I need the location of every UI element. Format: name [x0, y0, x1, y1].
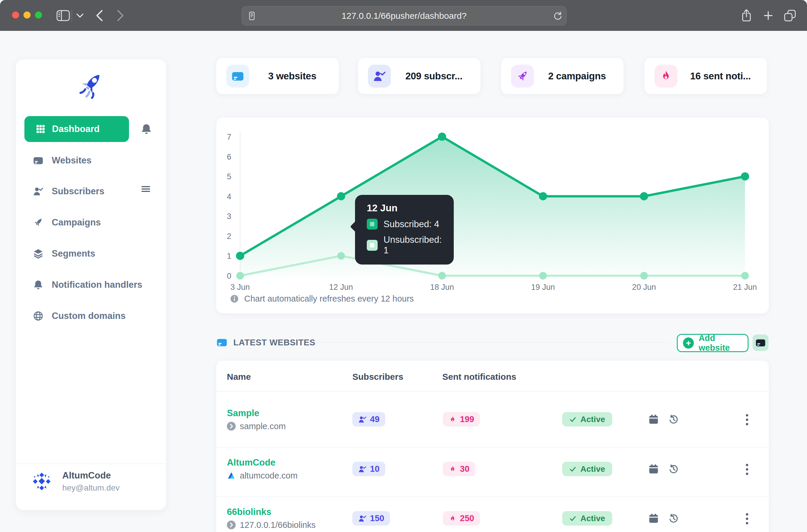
browser-card-icon — [226, 65, 249, 88]
notifications-bell-icon[interactable] — [139, 122, 153, 136]
add-website-button[interactable]: + Add website — [677, 334, 749, 352]
address-bar[interactable]: 127.0.0.1/66pusher/dashboard? — [242, 6, 566, 25]
row-menu-icon[interactable] — [741, 413, 753, 426]
notifications-count-badge: 250 — [443, 511, 480, 526]
notifications-count: 250 — [460, 513, 474, 523]
zoom-window-button[interactable] — [35, 12, 42, 19]
sidebar: Dashboard Websites Subscribers — [16, 59, 166, 510]
status-badge: Active — [562, 412, 612, 426]
calendar-icon[interactable] — [648, 513, 659, 524]
subscribers-count-badge: 10 — [352, 462, 385, 476]
svg-text:3 Jun: 3 Jun — [230, 283, 250, 291]
section-title: LATEST WEBSITES — [233, 338, 315, 347]
svg-text:3: 3 — [227, 212, 231, 221]
browser-card-icon — [33, 155, 43, 166]
tooltip-date: 12 Jun — [367, 203, 444, 214]
plus-icon: + — [683, 338, 694, 348]
row-menu-icon[interactable] — [741, 512, 753, 525]
sidebar-item-websites[interactable]: Websites — [33, 152, 156, 169]
status-label: Active — [580, 464, 605, 474]
tooltip-unsubscribed-text: Unsubscribed: 1 — [384, 234, 444, 256]
reader-view-icon[interactable] — [247, 11, 256, 21]
sidebar-item-segments[interactable]: Segments — [33, 245, 156, 263]
history-icon[interactable] — [668, 513, 679, 524]
history-icon[interactable] — [668, 414, 679, 425]
status-badge: Active — [562, 462, 612, 476]
chevron-circle-icon — [227, 422, 236, 431]
row-menu-icon[interactable] — [741, 463, 753, 476]
bell-icon — [33, 280, 43, 290]
back-icon[interactable] — [92, 0, 107, 31]
sidebar-item-subscribers[interactable]: Subscribers — [33, 183, 156, 200]
sidebar-item-label: Segments — [52, 248, 95, 259]
status-label: Active — [580, 514, 605, 523]
sidebar-divider — [16, 463, 166, 464]
sidebar-item-custom-domains[interactable]: Custom domains — [33, 307, 156, 325]
status-badge: Active — [562, 511, 612, 526]
info-icon — [230, 294, 239, 303]
column-header-sent-notifications: Sent notifications — [442, 372, 516, 382]
svg-text:2: 2 — [227, 232, 231, 241]
add-website-label: Add website — [698, 333, 748, 353]
tab-overview-icon[interactable] — [781, 0, 799, 31]
stat-label: 209 subscr... — [391, 71, 480, 82]
grid-icon — [36, 124, 45, 134]
calendar-icon[interactable] — [648, 464, 659, 474]
chart-tooltip: 12 Jun Subscribed: 4 Unsubscribed: 1 — [355, 195, 454, 265]
account-info[interactable]: AltumCode hey@altum.dev — [31, 470, 120, 493]
svg-text:20 Jun: 20 Jun — [632, 283, 656, 291]
flame-icon — [654, 65, 677, 88]
browser-toolbar: 127.0.0.1/66pusher/dashboard? — [0, 0, 807, 31]
stat-card-campaigns: 2 campaigns — [501, 58, 624, 94]
rocket-logo-icon — [77, 71, 105, 99]
chevron-down-icon[interactable] — [74, 0, 86, 31]
unsubscribed-swatch-icon — [367, 240, 378, 251]
share-icon[interactable] — [738, 0, 755, 31]
chart-refresh-note-text: Chart automatically refreshes every 12 h… — [244, 294, 414, 304]
svg-text:7: 7 — [227, 133, 231, 141]
sidebar-toggle-icon[interactable] — [56, 0, 71, 31]
account-email: hey@altum.dev — [62, 483, 120, 493]
person-check-icon — [358, 465, 366, 473]
app-logo — [16, 71, 166, 99]
sidebar-item-campaigns[interactable]: Campaigns — [33, 214, 156, 231]
tooltip-row-unsubscribed: Unsubscribed: 1 — [367, 234, 444, 256]
svg-text:12 Jun: 12 Jun — [329, 283, 353, 291]
sidebar-item-dashboard[interactable]: Dashboard — [24, 116, 129, 142]
svg-text:18 Jun: 18 Jun — [430, 283, 454, 291]
notifications-count-badge: 30 — [443, 462, 475, 476]
stat-label: 3 websites — [249, 71, 339, 82]
flame-icon — [449, 416, 456, 423]
website-name-link[interactable]: AltumCode — [227, 457, 298, 468]
column-header-subscribers: Subscribers — [352, 372, 403, 382]
svg-text:6: 6 — [227, 153, 231, 162]
person-check-icon — [358, 415, 366, 423]
website-name-link[interactable]: Sample — [227, 408, 286, 419]
latest-websites-header: LATEST WEBSITES — [216, 337, 315, 348]
reload-icon[interactable] — [553, 11, 562, 21]
notifications-count: 199 — [460, 414, 474, 424]
table-row: 66biolinks 127.0.0.1/66biolinks 150 250 … — [216, 496, 769, 532]
minimize-window-button[interactable] — [23, 12, 31, 19]
svg-text:4: 4 — [227, 192, 231, 201]
new-tab-icon[interactable] — [760, 0, 776, 31]
stat-label: 16 sent noti... — [677, 71, 767, 82]
calendar-icon[interactable] — [648, 414, 659, 425]
notifications-count-badge: 199 — [443, 412, 480, 426]
check-icon — [569, 515, 576, 522]
close-window-button[interactable] — [12, 12, 19, 19]
history-icon[interactable] — [668, 464, 679, 474]
website-domain: 127.0.0.1/66biolinks — [240, 520, 315, 530]
website-name-link[interactable]: 66biolinks — [227, 507, 315, 517]
app-window: 127.0.0.1/66pusher/dashboard? — [0, 0, 807, 532]
subscribed-swatch-icon — [367, 219, 378, 230]
sidebar-item-notification-handlers[interactable]: Notification handlers — [33, 276, 156, 293]
subscribers-menu-icon[interactable] — [139, 183, 152, 195]
toolbar-separator — [72, 10, 72, 22]
person-check-icon — [368, 65, 391, 88]
forward-icon[interactable] — [113, 0, 128, 31]
subscribers-count: 150 — [370, 513, 384, 523]
stat-card-sent-notifications: 16 sent noti... — [644, 58, 767, 94]
altumcode-favicon — [227, 471, 236, 480]
websites-list-button[interactable] — [753, 335, 769, 351]
